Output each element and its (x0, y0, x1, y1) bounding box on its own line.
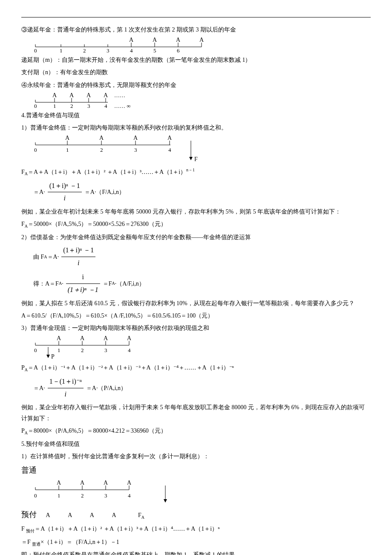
page-content: ③递延年金：普通年金的特殊形式，第 1 次支付发生在第 2 期或第 3 期以后的… (21, 17, 371, 555)
svg-text:A: A (99, 135, 104, 141)
svg-text:3: 3 (107, 47, 110, 53)
svg-text:A: A (167, 135, 172, 141)
calc-sinking: A＝610.5/（F/A,10%,5）＝610.5×（A /F,10%,5）＝6… (21, 310, 371, 321)
svg-text:2: 2 (81, 492, 84, 499)
formula-sinking-from: 由 FA＝A· (1＋i)ⁿ －1i (33, 244, 371, 269)
svg-text:A: A (129, 37, 134, 43)
calc-fv: FA＝50000×（F/A,5%,5）＝50000×5.526＝276300（元… (21, 219, 371, 230)
svg-text:A: A (80, 335, 85, 341)
svg-text:0: 0 (34, 492, 37, 499)
svg-text:5: 5 (153, 47, 156, 53)
svg-text:6: 6 (177, 47, 180, 53)
svg-text:4: 4 (128, 347, 131, 353)
svg-text:1: 1 (58, 347, 61, 353)
svg-text:4: 4 (130, 47, 133, 53)
svg-marker-89 (164, 499, 167, 503)
svg-text:2: 2 (70, 103, 73, 108)
svg-text:2: 2 (100, 147, 103, 153)
diagram-ordinary-fv: A A A A 0 1 2 3 4 F (33, 135, 371, 165)
label-ordinary: 普通 (21, 463, 371, 477)
para-payment-period: 支付期（n）：有年金发生的期数 (21, 67, 371, 78)
para-due-conclusion: 即：预付年金终值系数是在普通年金终值系数基础上，期数加 1，系数减 1 的结果。 (21, 549, 371, 555)
para-deferral-period: 递延期（m）：自第一期末开始，没有年金发生的期数（第一笔年金发生的期末数减 1） (21, 55, 371, 65)
svg-text:0: 0 (34, 47, 37, 53)
svg-text:A: A (104, 92, 108, 98)
calc-pv: PA＝80000×（P/A,6%,5）＝80000×4.212＝336960（元… (21, 425, 371, 437)
svg-text:1: 1 (58, 492, 61, 499)
svg-text:A: A (104, 480, 108, 486)
svg-text:3: 3 (87, 103, 90, 108)
svg-text:A: A (133, 135, 138, 141)
svg-text:……: …… (114, 92, 125, 98)
svg-text:3: 3 (134, 147, 137, 153)
svg-text:0: 0 (34, 147, 37, 153)
svg-text:A: A (127, 480, 132, 486)
para-sinking-fund: 2）偿债基金：为使年金终值达到既定金额每年应支付的年金数额——年金终值的逆运算 (21, 232, 371, 243)
svg-text:1: 1 (60, 47, 63, 53)
diagram-ordinary-pv: A A A A 0 1 2 3 4 P (33, 335, 371, 361)
svg-text:A: A (69, 92, 74, 98)
formula-due-expand: F 预付＝A（1＋i）＋A（1＋i）² ＋A（1＋i）³＋A（1＋i）⁴……＋A… (21, 523, 371, 535)
svg-text:A: A (57, 335, 61, 341)
svg-text:4: 4 (104, 103, 107, 108)
fraction-pv: 1－(1＋i)⁻ⁿi (48, 376, 84, 401)
svg-text:A: A (86, 92, 91, 98)
para-annuity-due-title: 5.预付年金终值和现值 (21, 439, 371, 449)
example-sinking: 例如，某人拟在 5 年后还清 610.5 元，假设银行存款利率为 10%，从现在… (21, 298, 371, 309)
svg-text:…… ∞: …… ∞ (114, 103, 131, 108)
svg-text:0: 0 (34, 347, 37, 353)
svg-text:2: 2 (83, 47, 86, 53)
svg-text:A: A (65, 135, 70, 141)
svg-text:A: A (52, 92, 57, 98)
formula-fv-factor: ＝A· (1＋i)ⁿ －1i ＝A·（F/A,i,n） (33, 180, 371, 205)
svg-text:3: 3 (104, 347, 107, 353)
svg-text:A: A (57, 480, 61, 486)
svg-text:4: 4 (128, 492, 131, 499)
svg-text:3: 3 (104, 492, 107, 499)
svg-text:4: 4 (168, 147, 171, 153)
svg-marker-53 (189, 157, 193, 160)
svg-text:A: A (153, 37, 157, 43)
formula-pv-expand: PA＝A（1＋i）⁻¹＋A（1＋i）⁻²＋A（1＋i）⁻³＋A（1＋i）⁻⁴＋…… (21, 362, 371, 374)
para-annuity-due-note: 1）在计算终值时，预付年金比普通年金多复利一次（多计一期利息）： (21, 451, 371, 462)
svg-text:P: P (51, 353, 55, 360)
example-pv: 例如，某企业年初存入银行一笔款项，计划用于未来 5 年每年底发放职工养老金 80… (21, 402, 371, 423)
label-prepaid-row: 预付 A A A A FA (21, 508, 371, 521)
diagram-deferred-annuity: A A A A 0 1 2 3 4 5 6 (33, 37, 371, 53)
svg-text:0: 0 (34, 103, 37, 108)
svg-text:1: 1 (66, 147, 69, 153)
svg-text:A: A (176, 37, 181, 43)
formula-pv-factor: ＝A· 1－(1＋i)⁻ⁿi ＝A·（P/A,i,n） (33, 376, 371, 401)
para-deferred-annuity: ③递延年金：普通年金的特殊形式，第 1 次支付发生在第 2 期或第 3 期以后的… (21, 24, 371, 35)
para-ordinary-fv-pv-title: 4.普通年金终值与现值 (21, 110, 371, 121)
formula-due-factor: ＝F 普通×（1＋i）＝（F/A,i,n＋1）－1 (21, 537, 371, 548)
svg-text:F: F (194, 156, 198, 162)
diagram-annuity-due: A A A A 0 1 2 3 4 (33, 479, 371, 506)
svg-text:A: A (104, 335, 108, 341)
svg-text:2: 2 (81, 347, 84, 353)
svg-text:A: A (199, 37, 204, 43)
svg-text:A: A (127, 335, 132, 341)
svg-marker-71 (46, 355, 50, 358)
example-fv: 例如，某企业在年初计划未来 5 年每年底将 50000 元存入银行，存款年利率为… (21, 206, 371, 217)
para-ordinary-fv-def: 1）普通年金终值：一定时期内每期期末等额的系列收付款项的复利终值之和。 (21, 122, 371, 133)
svg-text:1: 1 (53, 103, 56, 108)
formula-fv-expand: FA＝A＋A（1＋i）＋A（1＋i）² ＋A（1＋i）³……＋A（1＋i）n－1 (21, 166, 371, 178)
svg-text:A: A (80, 480, 85, 486)
diagram-perpetuity: A A A A …… 0 1 2 3 4 …… ∞ (33, 92, 371, 108)
para-perpetuity: ④永续年金：普通年金的特殊形式，无限期等额支付的年金 (21, 80, 371, 90)
fraction-fv: (1＋i)ⁿ －1i (48, 180, 82, 205)
formula-sinking-result: 得：A＝FA· i(1＋i)ⁿ －1 ＝FA·（A/F,i,n） (33, 271, 371, 296)
para-ordinary-pv-def: 3）普通年金现值：一定时期内每期期末等额的系列收付款项的现值之和 (21, 323, 371, 333)
